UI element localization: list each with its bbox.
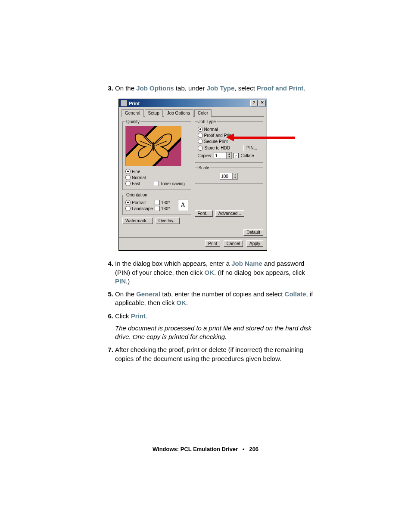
font-button[interactable]: Font... bbox=[195, 210, 213, 217]
kw-pin: PIN bbox=[115, 277, 126, 285]
advanced-button[interactable]: Advanced... bbox=[215, 210, 244, 217]
step-5: 5. On the General tab, enter the number … bbox=[106, 290, 321, 308]
kw-job-name: Job Name bbox=[231, 260, 262, 267]
collate-check[interactable]: ✓ bbox=[234, 153, 239, 158]
kw-ok-1: OK bbox=[205, 269, 215, 276]
orientation-portrait[interactable] bbox=[125, 200, 131, 205]
kw-proof-and-print: Proof and Print bbox=[257, 84, 303, 92]
orientation-group: Orientation Portrait180° Landscape180° A bbox=[122, 193, 191, 215]
scale-group: Scale ▲▼ bbox=[195, 165, 264, 184]
left-column: Quality Fine bbox=[122, 119, 191, 224]
quality-group: Quality Fine bbox=[122, 119, 191, 190]
orientation-preview-icon: A bbox=[178, 199, 188, 211]
dialog-title: Print bbox=[129, 101, 140, 106]
tab-setup[interactable]: Setup bbox=[145, 109, 163, 117]
step-text: On the Job Options tab, under Job Type, … bbox=[115, 84, 321, 93]
scale-legend: Scale bbox=[198, 165, 210, 170]
step-4: 4. In the dialog box which appears, ente… bbox=[106, 259, 321, 286]
pin-button[interactable]: PIN... bbox=[243, 145, 260, 151]
jobtype-normal[interactable]: Normal bbox=[198, 127, 261, 132]
apply-button[interactable]: Apply bbox=[246, 240, 263, 247]
kw-print: Print bbox=[131, 312, 146, 320]
orientation-legend: Orientation bbox=[125, 193, 148, 197]
print-button[interactable]: Print bbox=[205, 240, 220, 247]
page-footer: Windows: PCL Emulation Driver • 206 bbox=[0, 446, 411, 452]
jobtype-store[interactable] bbox=[198, 146, 203, 151]
print-dialog-screenshot: Print ? ✕ General Setup Job Options Colo… bbox=[118, 99, 267, 251]
dialog-titlebar: Print ? ✕ bbox=[119, 99, 267, 107]
document-content: 3. On the Job Options tab, under Job Typ… bbox=[106, 84, 321, 367]
jobtype-legend: Job Type bbox=[198, 119, 217, 124]
scale-spinner[interactable]: ▲▼ bbox=[220, 173, 238, 180]
print-dialog: Print ? ✕ General Setup Job Options Colo… bbox=[118, 99, 267, 251]
tab-job-options[interactable]: Job Options bbox=[164, 109, 193, 117]
butterfly-icon bbox=[134, 129, 173, 161]
help-button[interactable]: ? bbox=[250, 100, 258, 106]
kw-general: General bbox=[136, 290, 160, 298]
quality-fast-row: Fast Toner saving bbox=[125, 181, 188, 186]
scale-input[interactable] bbox=[220, 173, 232, 179]
kw-job-options: Job Options bbox=[136, 84, 174, 92]
preview-image bbox=[125, 126, 181, 166]
step-6: 6. Click Print. The document is processe… bbox=[106, 312, 321, 342]
portrait-180[interactable] bbox=[155, 200, 160, 205]
quality-fine[interactable]: Fine bbox=[125, 169, 188, 174]
copies-spinner[interactable]: ▲▼ bbox=[214, 152, 232, 159]
quality-normal[interactable]: Normal bbox=[125, 175, 188, 180]
step-number: 3. bbox=[106, 84, 113, 93]
orientation-landscape[interactable] bbox=[125, 206, 131, 211]
step-7: 7. After checking the proof, print or de… bbox=[106, 345, 321, 363]
overlay-button[interactable]: Overlay... bbox=[156, 218, 180, 224]
tab-strip: General Setup Job Options Color bbox=[121, 109, 264, 117]
svg-point-4 bbox=[152, 142, 155, 151]
kw-ok-2: OK bbox=[177, 299, 187, 306]
step-6-note: The document is processed to a print fil… bbox=[115, 324, 321, 342]
default-button[interactable]: Default bbox=[243, 229, 263, 236]
quality-fast[interactable] bbox=[125, 181, 131, 186]
toner-saving-check[interactable] bbox=[154, 181, 159, 186]
kw-job-type: Job Type bbox=[207, 84, 235, 92]
copies-input[interactable] bbox=[214, 152, 226, 159]
printer-icon bbox=[121, 100, 127, 106]
cancel-button[interactable]: Cancel bbox=[224, 240, 243, 247]
quality-legend: Quality bbox=[125, 119, 140, 124]
close-button[interactable]: ✕ bbox=[258, 100, 266, 106]
tab-color[interactable]: Color bbox=[194, 109, 212, 117]
tab-general[interactable]: General bbox=[121, 109, 144, 117]
step-3: 3. On the Job Options tab, under Job Typ… bbox=[106, 84, 321, 93]
callout-arrow bbox=[226, 133, 295, 142]
kw-collate: Collate bbox=[285, 290, 306, 298]
watermark-button[interactable]: Watermark... bbox=[122, 218, 153, 224]
landscape-180[interactable] bbox=[155, 206, 160, 211]
